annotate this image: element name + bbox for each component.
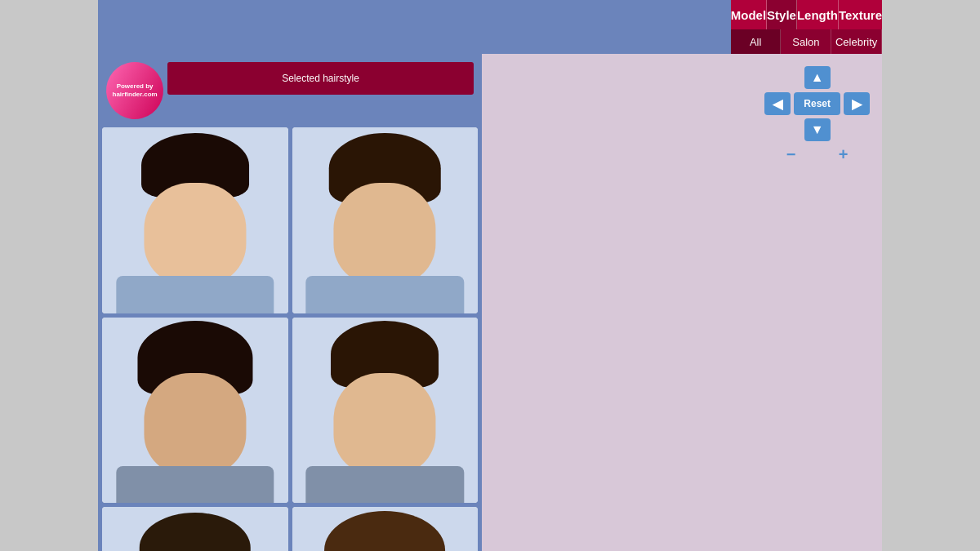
hairstyle-preview [292,318,479,504]
brand-badge: Powered by hairfinder.com [100,56,170,126]
tab-style[interactable]: Style [767,0,797,29]
top-nav: Model Style Length Texture [731,0,882,29]
move-down-button[interactable]: ▼ [804,118,831,141]
brand-text: Powered by hairfinder.com [110,82,159,100]
subtab-salon[interactable]: Salon [781,29,831,54]
move-up-button[interactable]: ▲ [804,66,831,89]
list-item[interactable] [102,318,288,504]
sidebar-header: Powered by hairfinder.com Selected hairs… [102,58,478,123]
control-middle-row: ◀ Reset ▶ [764,92,870,115]
list-item[interactable] [292,127,479,313]
header-left [98,0,347,54]
header-area: Model Style Length Texture All Salon [98,0,882,54]
tab-model[interactable]: Model [731,0,767,29]
zoom-row: − + [782,144,853,164]
hairstyle-preview [102,318,288,504]
hairstyle-grid [102,127,478,551]
header-right: Model Style Length Texture All Salon [347,0,882,54]
list-item[interactable] [102,127,288,313]
hairstyle-preview [292,127,479,313]
app-container: Model Style Length Texture All Salon [98,0,882,551]
subtab-all[interactable]: All [731,29,782,54]
move-right-button[interactable]: ▶ [844,92,870,115]
list-item[interactable] [102,507,288,551]
hairstyle-preview [102,507,288,551]
subtab-celebrity[interactable]: Celebrity [831,29,882,54]
hairstyle-preview [102,127,288,313]
tab-texture[interactable]: Texture [839,0,882,29]
list-item[interactable] [292,318,479,504]
preview-area: ▲ ◀ Reset ▶ ▼ − + [482,54,882,551]
tab-length[interactable]: Length [797,0,839,29]
move-left-button[interactable]: ◀ [764,92,791,115]
list-item[interactable] [292,507,479,551]
reset-button[interactable]: Reset [794,92,840,115]
controls-overlay: ▲ ◀ Reset ▶ ▼ − + [764,66,870,164]
sub-nav: All Salon Celebrity [731,29,882,54]
hairstyle-preview [292,507,479,551]
zoom-out-button[interactable]: − [782,144,801,164]
zoom-in-button[interactable]: + [834,144,853,164]
main-content: Powered by hairfinder.com Selected hairs… [98,54,882,551]
selected-style-label: Selected hairstyle [167,62,474,95]
sidebar: Powered by hairfinder.com Selected hairs… [98,54,482,551]
